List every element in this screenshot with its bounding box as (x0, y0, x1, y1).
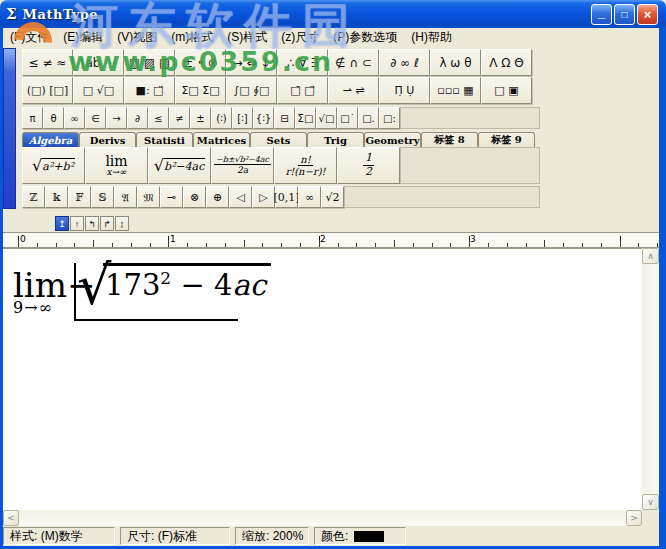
palette-tab[interactable]: Geometry (364, 132, 421, 147)
small-symbol-button[interactable]: ≤ (148, 107, 169, 129)
small-symbol-button[interactable]: (∶) (211, 107, 232, 129)
menu-item[interactable]: (S)样式 (220, 29, 274, 46)
equation-canvas[interactable]: lim− 9→∞ √ 1732 − 4ac (3, 248, 642, 510)
bottom-symbol-button[interactable]: 𝔽 (68, 186, 91, 208)
small-symbol-button[interactable]: [∶] (232, 107, 253, 129)
small-symbol-button[interactable]: ∈ (85, 107, 106, 129)
symbol-palette-button[interactable]: Λ Ω Θ (481, 49, 532, 76)
symbol-palette-button[interactable]: ∉ ∩ ⊂ (328, 49, 379, 76)
menu-item[interactable]: (z)尺寸 (274, 29, 326, 46)
menu-item[interactable]: (P)参数选项 (326, 29, 404, 46)
bottom-symbol-button[interactable]: 𝔄 (114, 186, 137, 208)
bottom-symbol-button[interactable]: ▷ (252, 186, 275, 208)
template-palette-button[interactable]: ∫□ ∮□ (226, 77, 277, 104)
palette-tab[interactable]: Sets (250, 132, 307, 147)
bottom-symbol-button[interactable]: ◁ (229, 186, 252, 208)
template-one-half[interactable]: 1 2 (337, 147, 400, 184)
bottom-symbol-button[interactable]: 𝔐 (137, 186, 160, 208)
template-sqrt-a2-b2[interactable]: √a²+b² (22, 147, 85, 184)
minimize-button[interactable]: — (591, 4, 612, 25)
scroll-down-button[interactable]: ∨ (642, 494, 659, 510)
small-symbol-button[interactable]: □. (358, 107, 379, 129)
bottom-symbol-button[interactable]: ℤ (22, 186, 45, 208)
bottom-symbol-button[interactable]: ⊗ (183, 186, 206, 208)
palette-tab[interactable]: Statisti (136, 132, 193, 147)
menu-item[interactable]: (F)文件 (3, 29, 56, 46)
palette-tab[interactable]: 标签 9 (478, 132, 535, 147)
scrollbar-corner (642, 510, 659, 526)
tab-stop-button[interactable]: ↰ (85, 216, 99, 231)
scroll-left-button[interactable]: < (3, 510, 19, 526)
symbol-palette-button[interactable]: λ ω θ (430, 49, 481, 76)
template-sqrt-discriminant[interactable]: √b²−4ac (148, 147, 211, 184)
small-symbol-button[interactable]: √□ (316, 107, 337, 129)
tab-stop-button[interactable]: ↨ (115, 216, 129, 231)
vertical-scrollbar[interactable]: ∧ ∨ (642, 248, 659, 510)
symbol-palette-button[interactable]: ± • ⊗ (175, 49, 226, 76)
template-palette-button[interactable]: Π̣ Ụ (379, 77, 430, 104)
status-size[interactable]: 尺寸: (F)标准 (120, 527, 230, 545)
status-zoom[interactable]: 缩放: 200% (235, 527, 309, 545)
template-palette-button[interactable]: ■: □̈ (124, 77, 175, 104)
palette-tab[interactable]: Derivs (79, 132, 136, 147)
palette-tab[interactable]: Trig (307, 132, 364, 147)
palette-tab[interactable]: Algebra (22, 132, 79, 147)
bottom-symbol-button[interactable]: ⊕ (206, 186, 229, 208)
menu-item[interactable]: (H)帮助 (404, 29, 459, 46)
small-symbol-button[interactable]: □˙ (337, 107, 358, 129)
symbol-palette-button[interactable]: ≤ ≠ ≈ (22, 49, 73, 76)
template-quadratic-formula[interactable]: −b±√b²−4ac 2a (211, 147, 274, 184)
template-limit[interactable]: lim x→∞ (85, 147, 148, 184)
small-symbol-button[interactable]: → (106, 107, 127, 129)
scroll-right-button[interactable]: > (626, 510, 642, 526)
bottom-symbol-button[interactable]: [0,1] (275, 186, 298, 208)
status-bar: 样式: (M)数学 尺寸: (F)标准 缩放: 200% 颜色: (3, 526, 659, 546)
template-palette-button[interactable]: (□) [□] (22, 77, 73, 104)
bottom-symbol-button[interactable]: √2 (321, 186, 344, 208)
symbol-palette-button[interactable]: ∂ ∞ ℓ (379, 49, 430, 76)
small-symbol-button[interactable]: θ (43, 107, 64, 129)
bottom-symbol-button[interactable]: ∞ (298, 186, 321, 208)
small-symbol-button[interactable]: ≠ (169, 107, 190, 129)
template-palette-button[interactable]: □̄ □⃗ (277, 77, 328, 104)
small-symbol-button[interactable]: ∂ (127, 107, 148, 129)
small-symbol-button[interactable]: ∞ (64, 107, 85, 129)
title-bar[interactable]: Σ MathType — □ × (0, 0, 666, 28)
scroll-up-button[interactable]: ∧ (642, 248, 659, 264)
small-symbol-button[interactable]: □: (379, 107, 400, 129)
status-style[interactable]: 样式: (M)数学 (3, 527, 115, 545)
radical-sign: √ (154, 159, 164, 173)
template-palette-button[interactable]: ▫▫▫ ▦ (430, 77, 481, 104)
maximize-button[interactable]: □ (614, 4, 635, 25)
palette-tab[interactable]: Matrices (193, 132, 250, 147)
tab-stop-button[interactable]: ↑ (70, 216, 84, 231)
small-symbol-button[interactable]: π (22, 107, 43, 129)
small-symbol-button[interactable]: ⊟ (274, 107, 295, 129)
menu-item[interactable]: (E)编辑 (56, 29, 110, 46)
symbol-palette-button[interactable]: ∴ ∀ ∃ (277, 49, 328, 76)
small-symbol-button[interactable]: ± (190, 107, 211, 129)
ruler-label: 1 (170, 234, 176, 244)
ruler[interactable]: 0123 (3, 232, 659, 248)
tab-stop-button[interactable]: ↥ (55, 216, 69, 231)
template-palette-button[interactable]: □ √□ (73, 77, 124, 104)
menu-item[interactable]: (m)格式 (164, 29, 220, 46)
symbol-palette-button[interactable]: ⌊ab ⋯ (73, 49, 124, 76)
template-palette-button[interactable]: □ ▣ (481, 77, 532, 104)
bottom-symbol-button[interactable]: 𝕊 (91, 186, 114, 208)
template-combination[interactable]: n! r!(n−r)! (274, 147, 337, 184)
palette-tab[interactable]: 标签 8 (421, 132, 478, 147)
symbol-palette-button[interactable]: → ⇔ ↓ (226, 49, 277, 76)
bottom-symbol-button[interactable]: 𝕜 (45, 186, 68, 208)
tab-stop-button[interactable]: ↱ (100, 216, 114, 231)
symbol-palette-button[interactable]: ▨ ▨ ▨ (124, 49, 175, 76)
status-color[interactable]: 颜色: (314, 527, 406, 545)
close-button[interactable]: × (637, 4, 658, 25)
small-symbol-button[interactable]: {∶} (253, 107, 274, 129)
template-palette-button[interactable]: ⇀ ⇌ (328, 77, 379, 104)
menu-item[interactable]: (V)视图 (110, 29, 164, 46)
small-symbol-button[interactable]: Σ□ (295, 107, 316, 129)
bottom-symbol-button[interactable]: ⊸ (160, 186, 183, 208)
template-palette-button[interactable]: Σ□ Σ□ (175, 77, 226, 104)
horizontal-scrollbar[interactable]: < > (3, 510, 642, 526)
